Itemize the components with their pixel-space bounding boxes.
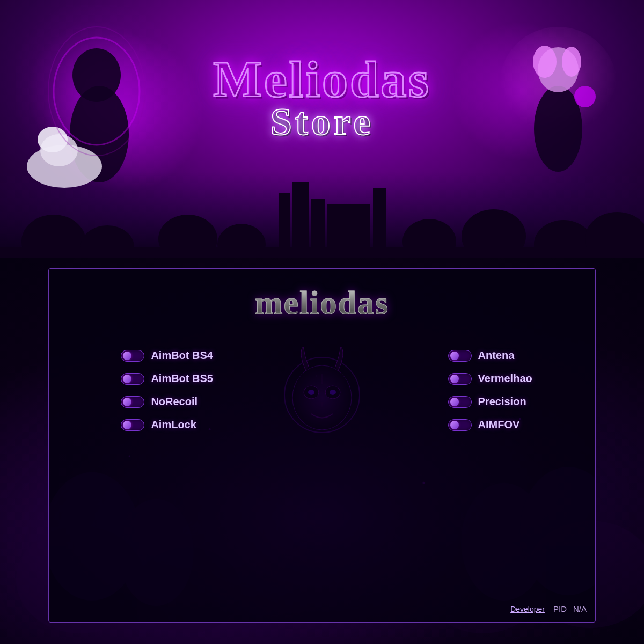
toggle-row-aimlock[interactable]: AimLock xyxy=(121,419,196,431)
svg-point-5 xyxy=(38,127,68,152)
svg-rect-19 xyxy=(373,188,386,247)
panel-logo: meliodas xyxy=(255,284,389,322)
top-banner: Meliodas Store xyxy=(0,0,644,258)
toggle-row-aimbot-bs5[interactable]: AimBot BS5 xyxy=(121,372,213,385)
page-wrapper: Meliodas Store xyxy=(0,0,644,644)
toggle-row-vermelhao[interactable]: Vermelhao xyxy=(448,372,532,385)
devil-mask-icon xyxy=(274,344,370,441)
toggle-knob xyxy=(450,398,459,406)
toggle-knob xyxy=(450,375,459,383)
panel: meliodas xyxy=(48,268,596,623)
toggle-aimfov[interactable] xyxy=(448,419,472,431)
svg-rect-18 xyxy=(327,204,370,247)
svg-rect-15 xyxy=(279,193,290,247)
toggle-label-precision: Precision xyxy=(478,396,526,408)
svg-point-12 xyxy=(562,47,581,77)
toggle-precision[interactable] xyxy=(448,396,472,408)
left-toggle-column: AimBot BS4 AimBot BS5 No xyxy=(99,349,213,431)
toggle-label-aimlock: AimLock xyxy=(151,419,196,431)
toggle-label-aimfov: AIMFOV xyxy=(478,419,520,431)
toggle-knob xyxy=(123,352,131,360)
svg-point-11 xyxy=(533,46,557,78)
toggle-aimbot-bs4[interactable] xyxy=(121,350,144,362)
toggle-row-norecoil[interactable]: NoRecoil xyxy=(121,396,197,408)
right-toggle-column: Antena Vermelhao Precisi xyxy=(437,349,545,431)
svg-point-2 xyxy=(72,48,121,102)
pid-value: N/A xyxy=(573,604,587,613)
toggle-label-antena: Antena xyxy=(478,349,515,362)
toggle-antena[interactable] xyxy=(448,350,472,362)
toggle-norecoil[interactable] xyxy=(121,396,144,408)
main-background: meliodas xyxy=(0,258,644,644)
toggle-knob xyxy=(450,352,459,360)
svg-rect-16 xyxy=(292,182,309,247)
toggle-row-precision[interactable]: Precision xyxy=(448,396,526,408)
svg-rect-28 xyxy=(0,247,644,258)
svg-point-50 xyxy=(330,390,336,395)
toggle-row-aimfov[interactable]: AIMFOV xyxy=(448,419,520,431)
bottom-bar: Developer PID N/A xyxy=(57,604,587,613)
toggle-label-aimbot-bs4: AimBot BS4 xyxy=(151,349,213,362)
toggle-vermelhao[interactable] xyxy=(448,373,472,385)
banner-title-line1: Meliodas xyxy=(213,54,430,105)
toggle-knob xyxy=(123,375,131,383)
pid-label: PID xyxy=(553,604,567,613)
svg-point-13 xyxy=(574,86,596,107)
toggle-row-aimbot-bs4[interactable]: AimBot BS4 xyxy=(121,349,213,362)
pid-area: PID N/A xyxy=(553,604,587,613)
toggle-label-aimbot-bs5: AimBot BS5 xyxy=(151,372,213,385)
toggle-label-norecoil: NoRecoil xyxy=(151,396,197,408)
panel-content: meliodas xyxy=(49,269,595,622)
toggle-row-antena[interactable]: Antena xyxy=(448,349,515,362)
toggle-label-vermelhao: Vermelhao xyxy=(478,372,532,385)
toggle-knob xyxy=(450,421,459,429)
toggle-aimbot-bs5[interactable] xyxy=(121,373,144,385)
figure-right xyxy=(494,11,623,193)
svg-point-49 xyxy=(308,390,314,395)
toggle-knob xyxy=(123,421,131,429)
toggle-knob xyxy=(123,398,131,406)
toggle-aimlock[interactable] xyxy=(121,419,144,431)
figure-left xyxy=(16,5,177,209)
svg-rect-17 xyxy=(311,199,325,247)
developer-link[interactable]: Developer xyxy=(510,605,545,613)
banner-title: Meliodas Store xyxy=(213,54,430,144)
